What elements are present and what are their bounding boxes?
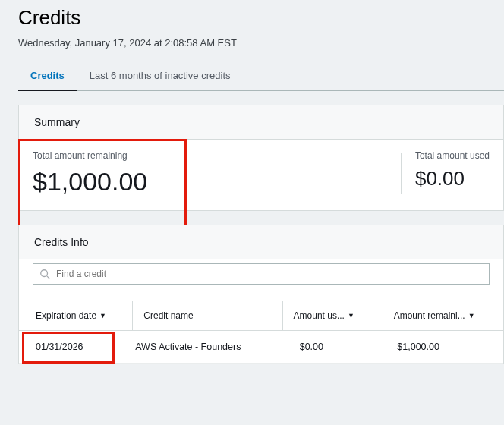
summary-title: Summary [19,105,503,140]
tab-credits[interactable]: Credits [18,62,77,90]
page-title: Credits [18,6,504,30]
search-icon [39,269,50,279]
summary-panel: Summary Total amount remaining $1,000.00… [18,105,504,211]
tab-inactive-credits[interactable]: Last 6 months of inactive credits [77,62,243,90]
col-expiration[interactable]: Expiration date ▼ [33,301,132,330]
credits-info-title: Credits Info [19,225,503,259]
used-label: Total amount used [415,150,490,161]
page-timestamp: Wednesday, January 17, 2024 at 2:08:58 A… [18,37,504,49]
sort-desc-icon: ▼ [468,312,475,320]
summary-used: Total amount used $0.00 [415,150,490,197]
cell-amount-used: $0.00 [282,331,383,363]
col-used-label: Amount us... [294,310,345,321]
search-box[interactable] [33,263,490,285]
table-header: Expiration date ▼ Credit name Amount us.… [19,301,503,331]
col-remaining-label: Amount remaini... [394,310,465,321]
sort-desc-icon: ▼ [99,312,106,320]
col-expiration-label: Expiration date [36,310,96,321]
credits-table: Expiration date ▼ Credit name Amount us.… [19,301,503,364]
search-input[interactable] [56,264,489,284]
sort-desc-icon: ▼ [348,312,354,320]
remaining-label: Total amount remaining [33,150,196,161]
col-credit-name[interactable]: Credit name [132,301,282,330]
summary-separator [401,153,402,194]
remaining-value: $1,000.00 [33,167,196,197]
cell-expiration: 01/31/2026 [33,331,132,363]
cell-amount-remaining: $1,000.00 [382,331,490,363]
svg-line-1 [47,276,50,279]
col-amount-remaining[interactable]: Amount remaini... ▼ [383,301,490,330]
col-amount-used[interactable]: Amount us... ▼ [282,301,383,330]
tabs: Credits Last 6 months of inactive credit… [18,62,504,91]
svg-point-0 [41,270,48,277]
table-row[interactable]: 01/31/2026 AWS Activate - Founders $0.00… [19,331,503,364]
used-value: $0.00 [415,167,490,190]
credits-info-panel: Credits Info Expiration date ▼ Credit na… [18,225,504,364]
summary-remaining: Total amount remaining $1,000.00 [33,150,196,197]
col-name-label: Credit name [143,310,193,321]
cell-credit-name: AWS Activate - Founders [132,331,281,363]
